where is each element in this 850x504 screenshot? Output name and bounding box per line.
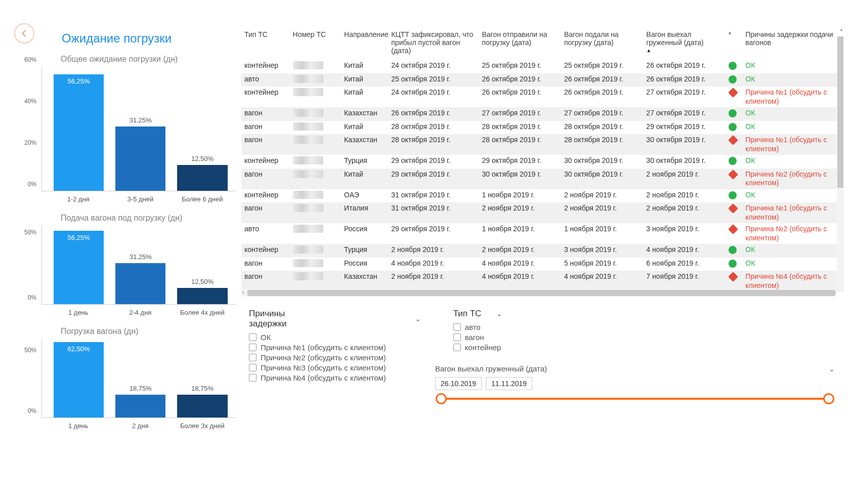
- cell-direction: Китай: [341, 121, 388, 135]
- cell-reason: Причина №1 (обсудить с клиентом): [742, 202, 844, 223]
- cell-type: вагон: [241, 271, 290, 291]
- scrollbar-thumb[interactable]: [837, 36, 843, 188]
- scroll-left-icon[interactable]: ‹: [242, 289, 244, 295]
- cell-d3: 2 ноября 2019 г.: [561, 202, 643, 223]
- col-number[interactable]: Номер ТС: [290, 28, 342, 60]
- chart-bar[interactable]: 12,50%: [177, 165, 227, 191]
- cell-reason: ОК: [742, 107, 844, 121]
- filter-checkbox[interactable]: авто: [453, 323, 575, 331]
- chart-bar[interactable]: 56,25%: [54, 74, 104, 191]
- cell-direction: Италия: [341, 202, 388, 223]
- chart-delivery: Подача вагона под погрузку (дн) 0% 50% 5…: [10, 214, 235, 320]
- chart-bar[interactable]: 12,50%: [177, 288, 227, 304]
- col-direction[interactable]: Направление: [341, 28, 388, 60]
- table-row[interactable]: контейнерКитай24 октября 2019 г.26 октяб…: [241, 87, 844, 107]
- cell-status: [726, 169, 742, 189]
- x-label: 2 дня: [115, 422, 166, 430]
- filter-checkbox[interactable]: вагон: [453, 333, 575, 342]
- table-row[interactable]: контейнерОАЭ31 октября 2019 г.1 ноября 2…: [241, 189, 844, 203]
- cell-d3: 28 октября 2019 г.: [561, 134, 643, 155]
- y-tick: 0%: [28, 294, 36, 301]
- cell-status: [726, 223, 742, 244]
- chart-bar[interactable]: 31,25%: [115, 263, 165, 304]
- table-row[interactable]: контейнерКитай24 октября 2019 г.25 октяб…: [241, 60, 844, 73]
- vertical-scrollbar[interactable]: [837, 36, 844, 288]
- table-row[interactable]: автоКитай25 октября 2019 г.26 октября 20…: [241, 73, 844, 87]
- filter-header-reasons[interactable]: Причины задержки ⌄: [249, 309, 421, 329]
- cell-reason: ОК: [742, 258, 844, 271]
- filter-checkbox[interactable]: Причина №4 (обсудить с клиентом): [249, 373, 421, 382]
- redacted-value: [293, 225, 323, 233]
- table-row[interactable]: вагонРоссия4 ноября 2019 г.4 ноября 2019…: [241, 258, 844, 271]
- table-row[interactable]: контейнерТурция29 октября 2019 г.29 октя…: [241, 155, 844, 169]
- table-row[interactable]: вагонКитай29 октября 2019 г.30 октября 2…: [241, 169, 844, 189]
- col-d1[interactable]: КЦТТ зафиксировал, что прибыл пустой ваг…: [388, 28, 479, 60]
- col-d3[interactable]: Вагон подали на погрузку (дата): [561, 28, 643, 60]
- chart-bar[interactable]: 18,75%: [177, 395, 227, 417]
- cell-number: [290, 73, 342, 87]
- filter-reasons: Причины задержки ⌄ ОКПричина №1 (обсудит…: [249, 309, 421, 384]
- chart-bar[interactable]: 62,50%: [54, 342, 104, 417]
- cell-d1: 25 октября 2019 г.: [388, 73, 479, 87]
- table-row[interactable]: контейнерТурция2 ноября 2019 г.2 ноября …: [241, 244, 844, 258]
- filter-title: Тип ТС: [453, 309, 482, 319]
- checkbox-icon: [249, 374, 257, 382]
- cell-status: [726, 134, 742, 155]
- table-row[interactable]: вагонКазахстан28 октября 2019 г.28 октяб…: [241, 134, 844, 155]
- cell-status: [726, 121, 742, 135]
- chart-loading: Погрузка вагона (дн) 0% 50% 62,50% 18,75…: [10, 327, 235, 433]
- filter-date-range: Вагон выехал груженный (дата) ⌄ 26.10.20…: [435, 364, 835, 400]
- table-row[interactable]: вагонКазахстан26 октября 2019 г.27 октяб…: [241, 107, 844, 121]
- slider-handle-to[interactable]: [823, 393, 834, 404]
- cell-type: вагон: [241, 121, 290, 135]
- redacted-value: [293, 88, 323, 96]
- date-slider[interactable]: [435, 397, 835, 400]
- chart-plot[interactable]: 0% 20% 40% 60% 56,25% 31,25% 12,50% 1-2 …: [10, 67, 235, 206]
- date-to-input[interactable]: 11.11.2019: [486, 377, 532, 390]
- status-ok-icon: [729, 75, 737, 83]
- cell-type: вагон: [241, 107, 290, 121]
- filter-checkbox[interactable]: ОК: [249, 333, 421, 342]
- chart-plot[interactable]: 0% 50% 56,25% 31,25% 12,50% 1 день 2-4 д…: [10, 226, 235, 320]
- col-d2[interactable]: Вагон отправили на погрузку (дата): [479, 28, 561, 60]
- checkbox-label: вагон: [465, 333, 484, 342]
- cell-d4: 27 октября 2019 г.: [643, 107, 725, 121]
- cell-d4: 30 октября 2019 г.: [643, 155, 725, 169]
- cell-status: [726, 87, 742, 107]
- table-row[interactable]: вагонКазахстан2 ноября 2019 г.4 ноября 2…: [241, 271, 844, 291]
- cell-d3: 5 ноября 2019 г.: [561, 258, 643, 271]
- cell-type: вагон: [241, 202, 290, 223]
- table-row[interactable]: вагонИталия31 октября 2019 г.2 ноября 20…: [241, 202, 844, 223]
- col-d4[interactable]: Вагон выехал груженный (дата)▲: [643, 28, 725, 60]
- chart-bar[interactable]: 56,25%: [54, 231, 104, 304]
- table-row[interactable]: автоРоссия29 октября 2019 г.1 ноября 201…: [241, 223, 844, 244]
- scrollbar-thumb[interactable]: [247, 290, 835, 296]
- back-button[interactable]: [14, 23, 34, 44]
- table-row[interactable]: вагонКитай28 октября 2019 г.28 октября 2…: [241, 121, 844, 135]
- chart-plot[interactable]: 0% 50% 62,50% 18,75% 18,75% 1 день 2 дня…: [10, 339, 235, 433]
- filter-vehicle: Тип ТС ⌄ автовагонконтейнер: [453, 309, 575, 353]
- date-from-input[interactable]: 26.10.2019: [435, 377, 482, 390]
- cell-d1: 31 октября 2019 г.: [388, 189, 479, 203]
- chart-bar[interactable]: 18,75%: [115, 395, 165, 417]
- cell-type: вагон: [241, 134, 290, 155]
- filter-header-vehicle[interactable]: Тип ТС ⌄: [453, 309, 575, 319]
- cell-reason: Причина №1 (обсудить с клиентом): [742, 87, 844, 107]
- filter-checkbox[interactable]: Причина №3 (обсудить с клиентом): [249, 363, 421, 372]
- filter-checkbox[interactable]: контейнер: [453, 343, 575, 352]
- filter-header-date[interactable]: Вагон выехал груженный (дата) ⌄: [435, 364, 835, 373]
- filter-checkbox[interactable]: Причина №1 (обсудить с клиентом): [249, 343, 421, 352]
- x-label: 3-5 дней: [115, 195, 166, 203]
- chart-bar[interactable]: 31,25%: [115, 127, 165, 191]
- scroll-right-icon[interactable]: ›: [834, 289, 836, 295]
- col-reason[interactable]: Причины задержки подачи вагонов: [742, 28, 844, 60]
- col-type[interactable]: Тип ТС: [241, 28, 290, 60]
- cell-type: контейнер: [241, 189, 290, 203]
- filter-checkbox[interactable]: Причина №2 (обсудить с клиентом): [249, 353, 421, 362]
- cell-number: [290, 244, 342, 258]
- arrow-left-icon: [20, 29, 29, 38]
- y-tick: 0%: [28, 181, 36, 188]
- slider-handle-from[interactable]: [436, 393, 447, 404]
- horizontal-scrollbar[interactable]: ‹ ›: [241, 289, 837, 297]
- col-star[interactable]: *: [726, 28, 742, 60]
